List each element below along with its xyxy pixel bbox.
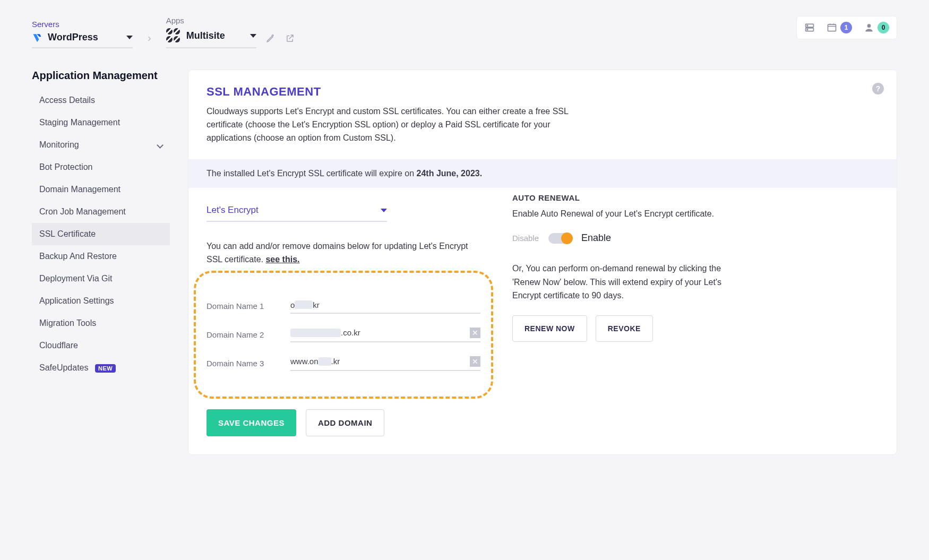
sidebar-item-label: Deployment Via Git bbox=[39, 274, 113, 283]
open-external-icon[interactable] bbox=[285, 33, 295, 43]
sidebar-item-label: Backup And Restore bbox=[39, 252, 117, 261]
sidebar-item-cloudflare[interactable]: Cloudflare bbox=[32, 334, 170, 357]
redacted-segment bbox=[319, 357, 331, 366]
sidebar-item-label: Access Details bbox=[39, 96, 95, 105]
servers-label: Servers bbox=[32, 20, 133, 29]
domain-label: Domain Name 2 bbox=[207, 330, 281, 342]
domain-value-prefix: o bbox=[290, 300, 295, 309]
expiry-date: 24th June, 2023. bbox=[417, 169, 483, 178]
caret-down-icon bbox=[381, 209, 387, 212]
sidebar-item-label: SSL Certificate bbox=[39, 229, 96, 239]
auto-renewal-desc: Enable Auto Renewal of your Let's Encryp… bbox=[512, 208, 735, 221]
provider-icon bbox=[32, 32, 42, 43]
expiry-bar: The installed Let's Encrypt SSL certific… bbox=[188, 159, 897, 188]
add-domain-button[interactable]: ADD DOMAIN bbox=[306, 409, 385, 436]
remove-domain-icon[interactable]: ✕ bbox=[470, 328, 480, 338]
sidebar-item-domain-management[interactable]: Domain Management bbox=[32, 178, 170, 201]
sidebar-item-migration-tools[interactable]: Migration Tools bbox=[32, 312, 170, 334]
sidebar-item-access-details[interactable]: Access Details bbox=[32, 89, 170, 111]
caret-down-icon bbox=[250, 34, 256, 38]
auto-renewal-title: AUTO RENEWAL bbox=[512, 193, 735, 202]
domain-row: Domain Name 3www.on.kr✕ bbox=[207, 354, 480, 371]
domain-help-text: You can add and/or remove domains below … bbox=[207, 240, 483, 266]
new-badge: NEW bbox=[95, 364, 116, 373]
help-icon[interactable]: ? bbox=[872, 83, 884, 94]
sidebar-item-label: SafeUpdates bbox=[39, 363, 89, 372]
app-name: Multisite bbox=[186, 30, 225, 41]
domain-input[interactable]: www.on.kr✕ bbox=[290, 354, 480, 371]
domain-row: Domain Name 1okr bbox=[207, 298, 480, 314]
redacted-segment bbox=[290, 329, 341, 337]
top-right-tray: 1 0 bbox=[796, 16, 897, 39]
panel-description: Cloudways supports Let's Encrypt and cus… bbox=[207, 105, 589, 144]
domain-value-suffix: .co.kr bbox=[341, 328, 360, 337]
sidebar-item-bot-protection[interactable]: Bot Protection bbox=[32, 156, 170, 178]
toggle-knob bbox=[561, 232, 573, 244]
apps-shortcut[interactable]: 1 bbox=[827, 22, 852, 33]
apps-count-badge: 1 bbox=[840, 22, 852, 33]
auto-renewal-toggle[interactable] bbox=[548, 233, 572, 244]
domain-value-prefix: www.on bbox=[290, 357, 319, 366]
toggle-enable-label: Enable bbox=[581, 232, 611, 244]
ssl-type-dropdown[interactable]: Let's Encrypt bbox=[207, 199, 387, 222]
domain-list-highlight: Domain Name 1okrDomain Name 2.co.kr✕Doma… bbox=[194, 271, 493, 399]
svg-point-3 bbox=[807, 29, 808, 30]
see-this-link[interactable]: see this. bbox=[265, 255, 299, 264]
sidebar-item-label: Migration Tools bbox=[39, 318, 96, 328]
app-dropdown[interactable]: Multisite bbox=[166, 28, 256, 48]
toggle-disable-label: Disable bbox=[512, 234, 539, 243]
svg-rect-4 bbox=[828, 24, 836, 31]
revoke-button[interactable]: REVOKE bbox=[596, 315, 653, 342]
svg-point-2 bbox=[807, 25, 808, 26]
sidebar-title: Application Management bbox=[32, 70, 170, 82]
server-name: WordPress bbox=[48, 32, 98, 43]
user-shortcut[interactable]: 0 bbox=[864, 22, 889, 33]
servers-shortcut[interactable] bbox=[804, 22, 815, 33]
sidebar-item-deployment-git[interactable]: Deployment Via Git bbox=[32, 268, 170, 290]
domain-value-suffix: kr bbox=[313, 300, 320, 309]
caret-down-icon bbox=[126, 36, 133, 39]
domain-input[interactable]: .co.kr✕ bbox=[290, 325, 480, 342]
multisite-icon bbox=[166, 28, 181, 43]
breadcrumb-separator-icon: › bbox=[145, 32, 153, 48]
breadcrumb: Servers WordPress › Apps bbox=[32, 16, 295, 48]
user-count-badge: 0 bbox=[878, 22, 889, 33]
edit-icon[interactable] bbox=[266, 33, 276, 43]
sidebar-item-safeupdates[interactable]: SafeUpdates NEW bbox=[32, 357, 170, 379]
sidebar-item-ssl-certificate[interactable]: SSL Certificate bbox=[32, 223, 170, 245]
remove-domain-icon[interactable]: ✕ bbox=[470, 356, 480, 367]
domain-value-suffix: .kr bbox=[331, 357, 340, 366]
sidebar-item-staging-management[interactable]: Staging Management bbox=[32, 111, 170, 134]
sidebar-item-label: Staging Management bbox=[39, 118, 120, 127]
sidebar-item-application-settings[interactable]: Application Settings bbox=[32, 290, 170, 312]
sidebar-item-monitoring[interactable]: Monitoring bbox=[32, 134, 170, 156]
server-dropdown[interactable]: WordPress bbox=[32, 32, 133, 48]
chevron-down-icon bbox=[157, 142, 164, 149]
sidebar-item-label: Cron Job Management bbox=[39, 207, 126, 217]
sidebar-item-cron-job-management[interactable]: Cron Job Management bbox=[32, 201, 170, 223]
domain-help-body: You can add and/or remove domains below … bbox=[207, 242, 468, 264]
sidebar-item-label: Monitoring bbox=[39, 140, 79, 150]
panel-title: SSL MANAGEMENT bbox=[207, 85, 879, 99]
save-changes-button[interactable]: SAVE CHANGES bbox=[207, 409, 296, 436]
renew-description: Or, You can perform on-demand renewal by… bbox=[512, 262, 735, 303]
domain-label: Domain Name 3 bbox=[207, 359, 281, 371]
redacted-segment bbox=[295, 300, 313, 309]
sidebar-item-label: Application Settings bbox=[39, 296, 114, 306]
sidebar-item-label: Cloudflare bbox=[39, 341, 78, 350]
sidebar-item-label: Domain Management bbox=[39, 185, 121, 194]
ssl-type-value: Let's Encrypt bbox=[207, 205, 259, 216]
sidebar-item-backup-restore[interactable]: Backup And Restore bbox=[32, 245, 170, 268]
sidebar-item-label: Bot Protection bbox=[39, 162, 93, 172]
domain-input[interactable]: okr bbox=[290, 298, 480, 314]
expiry-text: The installed Let's Encrypt SSL certific… bbox=[207, 169, 417, 178]
apps-label: Apps bbox=[166, 16, 295, 25]
domain-label: Domain Name 1 bbox=[207, 301, 281, 314]
svg-point-5 bbox=[867, 24, 871, 28]
renew-now-button[interactable]: RENEW NOW bbox=[512, 315, 587, 342]
domain-row: Domain Name 2.co.kr✕ bbox=[207, 325, 480, 342]
